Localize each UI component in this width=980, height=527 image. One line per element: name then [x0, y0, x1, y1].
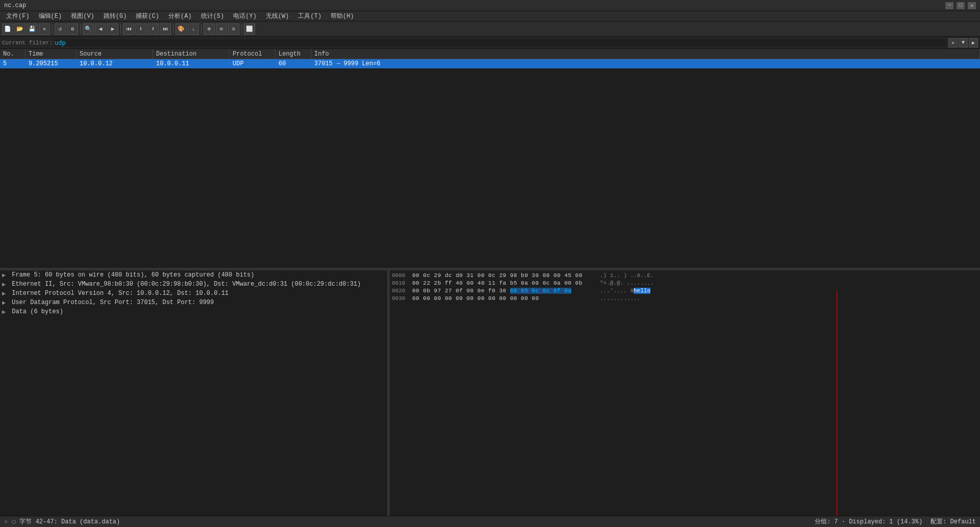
- new-button[interactable]: 📄: [2, 23, 13, 35]
- hex-row-0020: 0020 00 0b 97 27 0f 00 0e f0 38 68 65 6c…: [392, 287, 978, 294]
- toolbar-sep4: [173, 24, 173, 34]
- hex-view: 0000 00 0c 29 dc d0 31 00 0c 29 98 b0 30…: [390, 270, 980, 516]
- detail-text-data: Data (6 bytes): [8, 308, 63, 315]
- menu-wireless[interactable]: 无线(W): [262, 11, 293, 21]
- find-prev-button[interactable]: ◀: [95, 23, 106, 35]
- menu-help[interactable]: 帮助(H): [326, 11, 358, 21]
- capture-options-button[interactable]: ⚙: [67, 23, 78, 35]
- open-button[interactable]: 📂: [14, 23, 26, 35]
- hex-offset-0020: 0020: [392, 288, 412, 294]
- restore-button[interactable]: □: [957, 2, 965, 9]
- detail-row-frame[interactable]: ▶ Frame 5: 60 bytes on wire (480 bits), …: [0, 270, 387, 280]
- filter-label: Current filter:: [2, 40, 53, 46]
- hex-row-0030: 0030 00 00 00 00 00 00 00 00 00 00 00 00…: [392, 294, 978, 302]
- toolbar: 📄 📂 💾 ✕ ↺ ⚙ 🔍 ◀ ▶ ⏮ ⬆ ⬇ ⏭ 🎨 ↓ ⊕ ⊖ ⊙ ⬜: [0, 21, 980, 37]
- detail-text-ethernet: Ethernet II, Src: VMware_98:b0:30 (00:0c…: [8, 281, 361, 288]
- filter-clear-button[interactable]: ✕: [948, 38, 958, 47]
- col-length[interactable]: Length: [275, 49, 311, 59]
- hex-bytes-0000: 00 0c 29 dc d0 31 00 0c 29 98 b0 30 08 0…: [412, 272, 596, 279]
- hex-bytes-0020: 00 0b 97 27 0f 00 0e f0 38 68 65 6c 6c 6…: [412, 288, 596, 294]
- detail-text-frame: Frame 5: 60 bytes on wire (480 bits), 60…: [8, 271, 254, 279]
- hex-ascii-0020: ...'.... 8hello: [600, 288, 650, 294]
- detail-row-ip[interactable]: ▶ Internet Protocol Version 4, Src: 10.0…: [0, 289, 387, 298]
- expand-icon-udp: ▶: [2, 299, 8, 307]
- find-button[interactable]: 🔍: [83, 23, 94, 35]
- toolbar-sep2: [80, 24, 81, 34]
- col-no[interactable]: No.: [0, 49, 26, 59]
- save-button[interactable]: 💾: [27, 23, 38, 35]
- go-first-button[interactable]: ⏮: [123, 23, 134, 35]
- filter-dropdown-button[interactable]: ▼: [959, 38, 968, 47]
- detail-row-data[interactable]: ▶ Data (6 bytes): [0, 307, 387, 316]
- hex-ascii-0000: .) 1.. ) ..0..E.: [600, 272, 654, 279]
- filter-input[interactable]: [55, 39, 946, 46]
- hex-ascii-0030: ............: [600, 295, 640, 302]
- table-row[interactable]: 5 9.205215 10.0.0.12 10.0.0.11 UDP 60 37…: [0, 59, 980, 68]
- menu-goto[interactable]: 跳转(G): [99, 11, 131, 21]
- filter-apply-button[interactable]: ▶: [969, 38, 978, 47]
- status-bytes-info: 字节 42-47: Data (data.data): [19, 517, 120, 526]
- reload-button[interactable]: ↺: [55, 23, 66, 35]
- filter-actions: ✕ ▼ ▶: [948, 38, 978, 47]
- red-line: [837, 291, 837, 516]
- toolbar-sep6: [241, 24, 242, 34]
- titlebar-controls: ─ □ ✕: [945, 2, 976, 9]
- detail-row-ethernet[interactable]: ▶ Ethernet II, Src: VMware_98:b0:30 (00:…: [0, 280, 387, 289]
- packet-details: ▶ Frame 5: 60 bytes on wire (480 bits), …: [0, 270, 388, 516]
- autoscroll-button[interactable]: ↓: [188, 23, 199, 35]
- hex-offset-0030: 0030: [392, 295, 412, 302]
- statusbar: ● ◯ 字节 42-47: Data (data.data) 分组: 7 · D…: [0, 516, 980, 527]
- col-info[interactable]: Info: [311, 49, 980, 59]
- titlebar-title: nc.cap: [4, 2, 26, 9]
- menu-stats[interactable]: 统计(S): [197, 11, 229, 21]
- toolbar-sep1: [52, 24, 53, 34]
- hex-ascii-hello: hello: [634, 288, 650, 294]
- hex-offset-0010: 0010: [392, 280, 412, 286]
- cell-time: 9.205215: [26, 60, 77, 68]
- zoom-in-button[interactable]: ⊕: [204, 23, 215, 35]
- menubar: 文件(F) 编辑(E) 视图(V) 跳转(G) 捕获(C) 分析(A) 统计(S…: [0, 11, 980, 21]
- menu-analyze[interactable]: 分析(A): [164, 11, 196, 21]
- menu-edit[interactable]: 编辑(E): [35, 11, 66, 21]
- packet-list-header: No. Time Source Destination Protocol Len…: [0, 49, 980, 59]
- toolbar-sep3: [120, 24, 121, 34]
- cell-source: 10.0.0.12: [77, 60, 153, 68]
- zoom-out-button[interactable]: ⊖: [216, 23, 227, 35]
- col-time[interactable]: Time: [26, 49, 77, 59]
- detail-row-udp[interactable]: ▶ User Datagram Protocol, Src Port: 3701…: [0, 298, 387, 307]
- col-source[interactable]: Source: [77, 49, 153, 59]
- menu-phone[interactable]: 电话(Y): [229, 11, 261, 21]
- minimize-button[interactable]: ─: [945, 2, 953, 9]
- zoom-reset-button[interactable]: ⊙: [228, 23, 239, 35]
- hex-highlight-hello: 68 65 6c 6c 6f 0a: [510, 288, 572, 294]
- detail-text-udp: User Datagram Protocol, Src Port: 37015,…: [8, 299, 214, 306]
- status-right: 分组: 7 · Displayed: 1 (14.3%) 配置: Default: [815, 517, 976, 526]
- col-protocol[interactable]: Protocol: [230, 49, 275, 59]
- close-capture-button[interactable]: ✕: [39, 23, 50, 35]
- find-next-button[interactable]: ▶: [107, 23, 118, 35]
- expand-icon-ip: ▶: [2, 290, 8, 297]
- hex-ascii-0010: "+.@.@. ........: [600, 280, 654, 286]
- menu-tools[interactable]: 工具(T): [294, 11, 325, 21]
- hex-bytes-0030: 00 00 00 00 00 00 00 00 00 00 00 00: [412, 295, 596, 302]
- resize-columns-button[interactable]: ⬜: [244, 23, 255, 35]
- hex-row-0000: 0000 00 0c 29 dc d0 31 00 0c 29 98 b0 30…: [392, 271, 978, 279]
- cell-length: 60: [275, 60, 311, 68]
- go-next-button[interactable]: ⬇: [147, 23, 159, 35]
- close-button[interactable]: ✕: [968, 2, 976, 9]
- hex-bytes-0010: 00 22 2b ff 40 00 40 11 fa b5 0a 00 0c 0…: [412, 280, 596, 286]
- menu-capture[interactable]: 捕获(C): [132, 11, 163, 21]
- cell-protocol: UDP: [230, 60, 275, 68]
- colorize-button[interactable]: 🎨: [175, 23, 187, 35]
- cell-destination: 10.0.0.11: [153, 60, 230, 68]
- cell-info: 37015 → 9999 Len=6: [311, 60, 980, 68]
- packet-list: No. Time Source Destination Protocol Len…: [0, 49, 980, 268]
- packet-list-body[interactable]: 5 9.205215 10.0.0.12 10.0.0.11 UDP 60 37…: [0, 59, 980, 268]
- status-packets-info: 分组: 7 · Displayed: 1 (14.3%): [815, 517, 922, 526]
- go-prev-button[interactable]: ⬆: [135, 23, 146, 35]
- go-last-button[interactable]: ⏭: [160, 23, 171, 35]
- menu-file[interactable]: 文件(F): [2, 11, 34, 21]
- menu-view[interactable]: 视图(V): [67, 11, 98, 21]
- col-destination[interactable]: Destination: [153, 49, 230, 59]
- detail-text-ip: Internet Protocol Version 4, Src: 10.0.0…: [8, 290, 229, 297]
